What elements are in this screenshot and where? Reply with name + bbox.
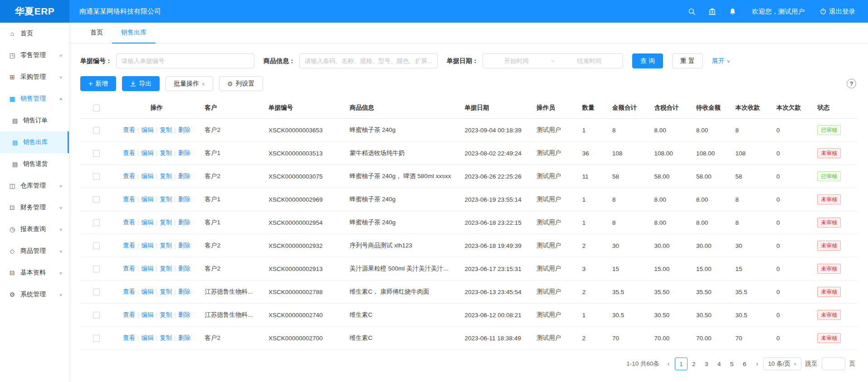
row-checkbox[interactable] [93, 289, 100, 295]
row-checkbox[interactable] [93, 196, 100, 203]
next-page-button[interactable]: › [755, 359, 760, 368]
delete-link[interactable]: 删除 [178, 288, 190, 295]
copy-link[interactable]: 复制 [160, 242, 172, 249]
row-checkbox[interactable] [93, 242, 100, 249]
edit-link[interactable]: 编辑 [141, 126, 154, 133]
edit-link[interactable]: 编辑 [141, 173, 154, 179]
date-end-input[interactable] [560, 58, 619, 64]
edit-link[interactable]: 编辑 [141, 242, 154, 249]
edit-link[interactable]: 编辑 [141, 219, 154, 226]
tab-1[interactable]: 销售出库 [112, 23, 156, 44]
column-header-7: 金额合计 [609, 97, 650, 119]
copy-link[interactable]: 复制 [160, 219, 172, 226]
checkbox-cell [80, 211, 112, 234]
sidebar-item-goods[interactable]: ◇商品管理∨ [0, 240, 69, 262]
search-icon[interactable] [688, 8, 696, 15]
sidebar-item-sales[interactable]: ▦销售管理∧ [0, 88, 69, 110]
column-settings-button[interactable]: ⚙ 列设置 [219, 76, 263, 91]
row-checkbox[interactable] [93, 127, 100, 134]
delete-link[interactable]: 删除 [178, 173, 190, 179]
app-logo: 华夏ERP [0, 0, 69, 23]
date-cell: 2023-06-17 23:15:31 [461, 257, 533, 280]
view-link[interactable]: 查看 [123, 126, 135, 133]
row-checkbox[interactable] [93, 173, 100, 180]
bank-icon[interactable] [708, 8, 716, 15]
view-link[interactable]: 查看 [123, 265, 135, 272]
delete-link[interactable]: 删除 [178, 150, 190, 156]
actions-cell: 查看|编辑|复制|删除 [112, 188, 201, 211]
copy-link[interactable]: 复制 [160, 150, 172, 156]
view-link[interactable]: 查看 [123, 288, 135, 295]
sidebar-item-base[interactable]: ⊟基本资料∨ [0, 262, 69, 284]
logout-button[interactable]: 退出登录 [820, 7, 855, 16]
edit-link[interactable]: 编辑 [141, 265, 154, 272]
row-checkbox[interactable] [93, 266, 100, 272]
tab-0[interactable]: 首页 [81, 23, 112, 44]
page-button-5[interactable]: 5 [726, 358, 738, 370]
copy-link[interactable]: 复制 [160, 288, 172, 295]
add-button[interactable]: + 新增 [80, 76, 116, 91]
sidebar-item-purchase[interactable]: ⊞采购管理∨ [0, 66, 69, 88]
page-button-2[interactable]: 2 [688, 358, 700, 370]
help-icon[interactable]: ? [847, 79, 856, 88]
row-checkbox[interactable] [93, 312, 100, 319]
expand-link[interactable]: 展开 ∨ [712, 57, 730, 65]
edit-link[interactable]: 编辑 [141, 196, 154, 203]
select-all-checkbox[interactable] [93, 105, 100, 111]
copy-link[interactable]: 复制 [160, 265, 172, 272]
delete-link[interactable]: 删除 [178, 242, 190, 249]
page-button-6[interactable]: 6 [738, 358, 751, 370]
prev-page-button[interactable]: ‹ [666, 359, 671, 368]
sidebar-subitem-2[interactable]: ▤销售退货 [0, 153, 69, 175]
page-size-select[interactable]: 10 条/页 ∨ [763, 358, 801, 370]
view-link[interactable]: 查看 [123, 311, 135, 318]
bill-no-input[interactable] [116, 53, 254, 68]
page-button-4[interactable]: 4 [713, 358, 726, 370]
view-link[interactable]: 查看 [123, 173, 135, 179]
view-link[interactable]: 查看 [123, 334, 135, 341]
bell-icon[interactable] [729, 8, 736, 15]
sidebar-item-home[interactable]: ⌂首页 [0, 23, 69, 44]
bill-no-cell: XSCK00000003513 [265, 142, 346, 165]
page-button-1[interactable]: 1 [675, 358, 688, 370]
edit-link[interactable]: 编辑 [141, 334, 154, 341]
sidebar-item-finance[interactable]: ⊡财务管理∨ [0, 197, 69, 218]
view-link[interactable]: 查看 [123, 242, 135, 249]
column-header-1: 客户 [201, 97, 265, 119]
delete-link[interactable]: 删除 [178, 265, 190, 272]
row-checkbox[interactable] [93, 150, 100, 157]
edit-link[interactable]: 编辑 [141, 311, 154, 318]
batch-operations-button[interactable]: 批量操作 ∨ [166, 76, 213, 91]
sidebar-item-system[interactable]: ⚙系统管理∨ [0, 284, 69, 305]
copy-link[interactable]: 复制 [160, 334, 172, 341]
reset-button[interactable]: 重 置 [672, 53, 703, 68]
delete-link[interactable]: 删除 [178, 196, 190, 203]
sidebar-subitem-0[interactable]: ▤销售订单 [0, 110, 69, 131]
copy-link[interactable]: 复制 [160, 173, 172, 179]
page-button-3[interactable]: 3 [700, 358, 713, 370]
row-checkbox[interactable] [93, 219, 100, 226]
copy-link[interactable]: 复制 [160, 196, 172, 203]
view-link[interactable]: 查看 [123, 219, 135, 226]
delete-link[interactable]: 删除 [178, 219, 190, 226]
edit-link[interactable]: 编辑 [141, 150, 154, 156]
delete-link[interactable]: 删除 [178, 334, 190, 341]
date-start-input[interactable] [487, 58, 546, 64]
sidebar-item-retail[interactable]: ◳零售管理∨ [0, 44, 69, 66]
export-button[interactable]: 导出 [122, 76, 160, 91]
sidebar-item-warehouse[interactable]: ◫仓库管理∨ [0, 175, 69, 197]
edit-link[interactable]: 编辑 [141, 288, 154, 295]
jump-page-input[interactable] [822, 358, 845, 370]
delete-link[interactable]: 删除 [178, 126, 190, 133]
row-checkbox[interactable] [93, 335, 100, 342]
copy-link[interactable]: 复制 [160, 126, 172, 133]
sidebar-item-report[interactable]: ◷报表查询∨ [0, 218, 69, 240]
date-range-picker[interactable]: ~ [483, 53, 623, 68]
delete-link[interactable]: 删除 [178, 311, 190, 318]
search-button[interactable]: 查 询 [632, 53, 663, 68]
view-link[interactable]: 查看 [123, 150, 135, 156]
view-link[interactable]: 查看 [123, 196, 135, 203]
product-info-input[interactable] [299, 53, 438, 68]
copy-link[interactable]: 复制 [160, 311, 172, 318]
sidebar-subitem-1[interactable]: ▤销售出库 [0, 131, 69, 153]
